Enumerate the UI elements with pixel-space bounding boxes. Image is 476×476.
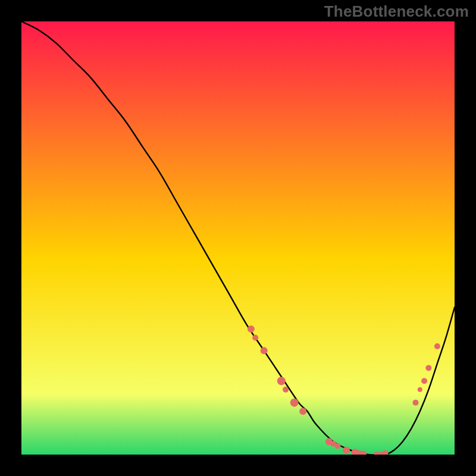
gradient-background [21,21,455,455]
curve-marker [343,447,350,454]
curve-marker [412,400,418,406]
curve-marker [299,408,306,415]
curve-marker [277,377,286,385]
bottleneck-curve-chart [21,21,455,455]
watermark-text: TheBottleneck.com [324,2,469,21]
curve-marker [248,325,255,333]
curve-marker [252,334,258,340]
curve-marker [334,443,340,449]
chart-frame: TheBottleneck.com [0,0,476,476]
curve-marker [283,387,289,393]
curve-marker [421,378,427,384]
curve-marker [261,347,268,354]
curve-marker [434,343,440,349]
curve-marker [290,399,299,407]
curve-marker [425,365,431,371]
curve-marker [418,387,422,392]
plot-area [21,21,455,455]
